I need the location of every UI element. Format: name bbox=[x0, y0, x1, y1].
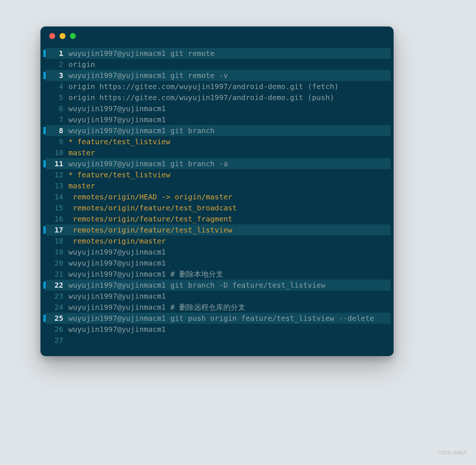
code-token: wuyujin1997@yujinmacm1 # 删除远程仓库的分支 bbox=[68, 302, 245, 313]
code-token: origin https://gitee.com/wuyujin1997/and… bbox=[68, 92, 334, 103]
code-line[interactable]: 18 remotes/origin/master bbox=[43, 235, 391, 246]
line-content: origin https://gitee.com/wuyujin1997/and… bbox=[63, 81, 391, 92]
code-line[interactable]: 19wuyujin1997@yujinmacm1 bbox=[43, 246, 391, 258]
line-number: 23 bbox=[46, 291, 63, 302]
code-line[interactable]: 15 remotes/origin/feature/test_broadcast bbox=[43, 202, 391, 213]
code-line[interactable]: 3wuyujin1997@yujinmacm1 git remote -v bbox=[43, 70, 391, 81]
code-line[interactable]: 10master bbox=[43, 147, 391, 158]
code-token: wuyujin1997@yujinmacm1 git push origin f… bbox=[68, 313, 374, 324]
code-token: remotes/origin/feature/test_listview bbox=[68, 224, 232, 235]
code-token: * feature/test_listview bbox=[68, 169, 170, 180]
line-content: wuyujin1997@yujinmacm1 bbox=[63, 258, 391, 269]
line-content: wuyujin1997@yujinmacm1 # 删除远程仓库的分支 bbox=[63, 302, 391, 313]
line-content: wuyujin1997@yujinmacm1 git branch -a bbox=[63, 158, 391, 169]
line-number: 15 bbox=[46, 202, 63, 213]
code-token: wuyujin1997@yujinmacm1 git branch -a bbox=[68, 158, 228, 169]
code-line[interactable]: 12* feature/test_listview bbox=[43, 169, 391, 180]
line-number: 27 bbox=[46, 335, 63, 346]
line-number: 5 bbox=[46, 92, 63, 103]
code-token: origin https://gitee.com/wuyujin1997/and… bbox=[68, 81, 339, 92]
code-line[interactable]: 17 remotes/origin/feature/test_listview bbox=[43, 224, 391, 235]
code-line[interactable]: 9* feature/test_listview bbox=[43, 136, 391, 147]
line-content: wuyujin1997@yujinmacm1 bbox=[63, 114, 391, 125]
line-number: 19 bbox=[46, 246, 63, 258]
line-number: 18 bbox=[46, 235, 63, 246]
code-line[interactable]: 21wuyujin1997@yujinmacm1 # 删除本地分支 bbox=[43, 269, 391, 280]
line-content: remotes/origin/feature/test_broadcast bbox=[63, 202, 391, 213]
code-token: wuyujin1997@yujinmacm1 git remote bbox=[68, 48, 214, 59]
line-number: 16 bbox=[46, 213, 63, 224]
line-number: 26 bbox=[46, 324, 63, 335]
code-token: master bbox=[68, 147, 95, 158]
line-number: 14 bbox=[46, 191, 63, 202]
line-content: wuyujin1997@yujinmacm1 # 删除本地分支 bbox=[63, 269, 391, 280]
line-number: 10 bbox=[46, 147, 63, 158]
code-line[interactable]: 20wuyujin1997@yujinmacm1 bbox=[43, 258, 391, 269]
code-line[interactable]: 22wuyujin1997@yujinmacm1 git branch -D f… bbox=[43, 280, 391, 291]
code-token: wuyujin1997@yujinmacm1 bbox=[68, 291, 166, 302]
code-line[interactable]: 11wuyujin1997@yujinmacm1 git branch -a bbox=[43, 158, 391, 169]
code-line[interactable]: 26wuyujin1997@yujinmacm1 bbox=[43, 324, 391, 335]
code-line[interactable]: 13master bbox=[43, 180, 391, 191]
line-number: 25 bbox=[46, 313, 63, 324]
code-line[interactable]: 27 bbox=[43, 335, 391, 346]
line-number: 22 bbox=[46, 280, 63, 291]
line-content bbox=[63, 335, 391, 346]
line-content: wuyujin1997@yujinmacm1 git remote bbox=[63, 48, 391, 59]
line-number: 6 bbox=[46, 103, 63, 114]
line-content: wuyujin1997@yujinmacm1 bbox=[63, 246, 391, 258]
line-content: origin https://gitee.com/wuyujin1997/and… bbox=[63, 92, 391, 103]
code-line[interactable]: 2origin bbox=[43, 59, 391, 70]
code-token: wuyujin1997@yujinmacm1 bbox=[68, 103, 166, 114]
code-line[interactable]: 1wuyujin1997@yujinmacm1 git remote bbox=[43, 48, 391, 59]
line-number: 11 bbox=[46, 158, 63, 169]
code-line[interactable]: 25wuyujin1997@yujinmacm1 git push origin… bbox=[43, 313, 391, 324]
code-token: wuyujin1997@yujinmacm1 bbox=[68, 114, 166, 125]
line-number: 24 bbox=[46, 302, 63, 313]
line-content: remotes/origin/feature/test_listview bbox=[63, 224, 391, 235]
code-token: remotes/origin/HEAD -> origin/master bbox=[68, 191, 232, 202]
code-line[interactable]: 7wuyujin1997@yujinmacm1 bbox=[43, 114, 391, 125]
code-line[interactable]: 4origin https://gitee.com/wuyujin1997/an… bbox=[43, 81, 391, 92]
line-content: remotes/origin/master bbox=[63, 235, 391, 246]
line-content: master bbox=[63, 180, 391, 191]
code-line[interactable]: 8wuyujin1997@yujinmacm1 git branch bbox=[43, 125, 391, 136]
code-line[interactable]: 5origin https://gitee.com/wuyujin1997/an… bbox=[43, 92, 391, 103]
line-content: remotes/origin/HEAD -> origin/master bbox=[63, 191, 391, 202]
minimize-icon[interactable] bbox=[60, 33, 65, 39]
code-line[interactable]: 14 remotes/origin/HEAD -> origin/master bbox=[43, 191, 391, 202]
code-editor[interactable]: 1wuyujin1997@yujinmacm1 git remote2origi… bbox=[40, 46, 394, 356]
code-line[interactable]: 24wuyujin1997@yujinmacm1 # 删除远程仓库的分支 bbox=[43, 302, 391, 313]
line-content: wuyujin1997@yujinmacm1 bbox=[63, 324, 391, 335]
line-content: * feature/test_listview bbox=[63, 169, 391, 180]
code-token: wuyujin1997@yujinmacm1 git branch -D fea… bbox=[68, 280, 325, 291]
code-token: remotes/origin/master bbox=[68, 235, 166, 246]
code-token: remotes/origin/feature/test_fragment bbox=[68, 213, 232, 224]
line-content: master bbox=[63, 147, 391, 158]
line-number: 13 bbox=[46, 180, 63, 191]
line-number: 9 bbox=[46, 136, 63, 147]
line-number: 8 bbox=[46, 125, 63, 136]
line-content: origin bbox=[63, 59, 391, 70]
zoom-icon[interactable] bbox=[70, 33, 76, 39]
code-token: origin bbox=[68, 59, 95, 70]
close-icon[interactable] bbox=[49, 33, 55, 39]
line-content: wuyujin1997@yujinmacm1 git branch bbox=[63, 125, 391, 136]
line-number: 21 bbox=[46, 269, 63, 280]
line-number: 20 bbox=[46, 258, 63, 269]
line-content: wuyujin1997@yujinmacm1 bbox=[63, 291, 391, 302]
line-content: wuyujin1997@yujinmacm1 git branch -D fea… bbox=[63, 280, 391, 291]
code-line[interactable]: 6wuyujin1997@yujinmacm1 bbox=[43, 103, 391, 114]
code-line[interactable]: 23wuyujin1997@yujinmacm1 bbox=[43, 291, 391, 302]
line-number: 4 bbox=[46, 81, 63, 92]
code-token: wuyujin1997@yujinmacm1 bbox=[68, 258, 166, 269]
code-line[interactable]: 16 remotes/origin/feature/test_fragment bbox=[43, 213, 391, 224]
code-token: wuyujin1997@yujinmacm1 bbox=[68, 246, 166, 258]
line-number: 17 bbox=[46, 224, 63, 235]
line-number: 12 bbox=[46, 169, 63, 180]
code-token: * feature/test_listview bbox=[68, 136, 170, 147]
line-content: * feature/test_listview bbox=[63, 136, 391, 147]
code-token: wuyujin1997@yujinmacm1 git remote -v bbox=[68, 70, 228, 81]
line-content: wuyujin1997@yujinmacm1 git push origin f… bbox=[63, 313, 391, 324]
line-number: 7 bbox=[46, 114, 63, 125]
